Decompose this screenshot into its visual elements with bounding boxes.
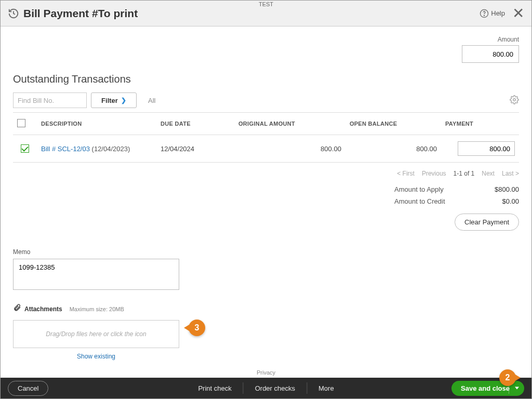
payment-input[interactable] (458, 141, 515, 156)
more-button[interactable]: More (307, 384, 345, 392)
table-row: Bill # SCL-12/03 (12/04/2023) 12/04/2024… (13, 135, 519, 163)
cancel-button[interactable]: Cancel (8, 381, 48, 396)
page-last[interactable]: Last > (502, 170, 519, 177)
env-badge: TEST (259, 1, 273, 7)
col-description: DESCRIPTION (37, 113, 156, 135)
svg-point-1 (484, 15, 485, 16)
help-icon (480, 9, 489, 18)
page-first[interactable]: < First (397, 170, 415, 177)
table-settings-button[interactable] (510, 95, 519, 106)
original-amount-cell: 800.00 (234, 135, 345, 163)
caret-down-icon (515, 387, 519, 390)
memo-input[interactable] (13, 259, 179, 290)
transactions-table: DESCRIPTION DUE DATE ORIGINAL AMOUNT OPE… (13, 112, 519, 163)
amount-label: Amount (13, 36, 519, 43)
save-button-label: Save and close (461, 384, 510, 392)
attachments-max: Maximum size: 20MB (70, 306, 124, 312)
summary-block: Amount to Apply $800.00 Amount to Credit… (13, 185, 519, 231)
col-open-balance: OPEN BALANCE (345, 113, 441, 135)
memo-label: Memo (13, 248, 179, 256)
amount-to-credit-value: $0.00 (477, 197, 519, 205)
outstanding-title: Outstanding Transactions (13, 73, 519, 85)
amount-to-apply-label: Amount to Apply (394, 185, 457, 193)
pagination: < First Previous 1-1 of 1 Next Last > (13, 170, 519, 177)
find-bill-input[interactable] (13, 92, 87, 108)
dialog-header: Bill Payment #To print TEST Help ✕ (1, 1, 531, 26)
filter-label: Filter (101, 97, 118, 104)
help-button[interactable]: Help (480, 9, 505, 18)
history-icon[interactable] (8, 8, 19, 19)
attachments-dropzone[interactable]: Drag/Drop files here or click the icon (13, 320, 179, 348)
clear-payment-button[interactable]: Clear Payment (455, 214, 519, 231)
page-previous[interactable]: Previous (422, 170, 446, 177)
content-scroll[interactable]: Amount Outstanding Transactions Filter ❯… (1, 26, 531, 378)
close-button[interactable]: ✕ (512, 6, 524, 21)
filter-button[interactable]: Filter ❯ (91, 92, 137, 108)
bill-date: (12/04/2023) (92, 145, 130, 153)
show-existing-link[interactable]: Show existing (77, 353, 115, 360)
paperclip-icon[interactable] (13, 303, 21, 315)
select-all-checkbox[interactable] (17, 119, 25, 127)
attachments-label: Attachments (24, 305, 62, 313)
filter-scope: All (148, 97, 155, 104)
page-range: 1-1 of 1 (454, 170, 475, 177)
gear-icon (510, 95, 519, 104)
svg-point-2 (513, 98, 516, 101)
amount-input[interactable] (462, 45, 519, 63)
due-date-cell: 12/04/2024 (156, 135, 234, 163)
dropzone-hint: Drag/Drop files here or click the icon (46, 330, 146, 338)
amount-to-apply-value: $800.00 (477, 185, 519, 193)
print-check-button[interactable]: Print check (187, 384, 243, 392)
chevron-right-icon: ❯ (121, 97, 126, 104)
col-due-date: DUE DATE (156, 113, 234, 135)
annotation-callout-2: 2 (499, 369, 516, 386)
order-checks-button[interactable]: Order checks (244, 384, 307, 392)
row-checkbox[interactable] (21, 144, 29, 153)
privacy-link[interactable]: Privacy (13, 369, 519, 376)
help-label: Help (491, 9, 505, 17)
page-title: Bill Payment #To print (23, 7, 138, 20)
col-original-amount: ORIGINAL AMOUNT (234, 113, 345, 135)
open-balance-cell: 800.00 (345, 135, 441, 163)
annotation-callout-3: 3 (189, 320, 205, 336)
bill-link[interactable]: Bill # SCL-12/03 (41, 145, 90, 153)
col-payment: PAYMENT (441, 113, 519, 135)
amount-to-credit-label: Amount to Credit (394, 197, 457, 205)
dialog-footer: Cancel Print check Order checks More Sav… (1, 378, 531, 398)
page-next[interactable]: Next (482, 170, 495, 177)
